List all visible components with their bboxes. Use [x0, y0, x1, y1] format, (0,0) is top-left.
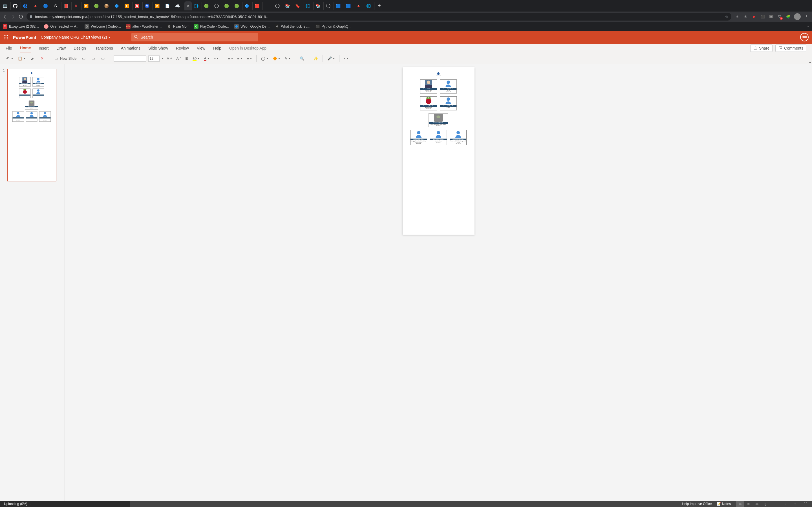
tab-icon[interactable]: 📕: [63, 2, 71, 10]
tab-transitions[interactable]: Transitions: [94, 44, 113, 52]
reload-button[interactable]: [18, 14, 23, 19]
zoom-controls[interactable]: — ——◦—— +: [774, 502, 796, 506]
chevron-down-icon[interactable]: [162, 58, 163, 59]
extension-icon[interactable]: JB: [769, 14, 774, 19]
tab-icon[interactable]: 🟦: [335, 2, 344, 10]
slide-thumbnail[interactable]: COMPANY NAME Name recFFWVaToan… Founder …: [7, 69, 56, 181]
tab-icon[interactable]: 🟢: [203, 2, 212, 10]
bookmark[interactable]: {}Ryan Morr: [167, 24, 189, 29]
bookmark[interactable]: Overreacted — A…: [44, 24, 80, 29]
browser-menu-icon[interactable]: ⋮: [804, 14, 809, 19]
tab-help[interactable]: Help: [213, 44, 221, 52]
more-commands[interactable]: ···: [343, 55, 350, 62]
tab-icon[interactable]: 🌀: [22, 2, 31, 10]
tab-icon[interactable]: [274, 2, 283, 10]
tab-icon[interactable]: 🌐: [193, 2, 202, 10]
bookmark[interactable]: ⊗What the fuck is ….: [275, 24, 310, 29]
slide-button[interactable]: ▭: [90, 55, 97, 62]
highlight-button[interactable]: ab: [192, 55, 200, 62]
tab-icon[interactable]: [264, 2, 273, 10]
sorter-view-button[interactable]: ⊞: [744, 501, 752, 507]
bookmark[interactable]: 🔷Web | Google De…: [234, 24, 270, 29]
numbering-button[interactable]: ≡: [236, 55, 244, 62]
collapse-ribbon-icon[interactable]: [809, 62, 811, 63]
delete-button[interactable]: ✕: [38, 55, 46, 62]
extension-icon[interactable]: ▶: [752, 14, 757, 19]
tab-icon[interactable]: 🔷: [113, 2, 122, 10]
bullets-button[interactable]: ≡: [227, 55, 234, 62]
fit-to-window-button[interactable]: ⛶: [801, 501, 809, 507]
search-input[interactable]: [140, 35, 255, 40]
shapes-button[interactable]: ◯: [260, 55, 269, 62]
extensions-menu-icon[interactable]: 🧩: [785, 14, 791, 19]
tab-icon[interactable]: 🌐: [305, 2, 313, 10]
tab-icon[interactable]: ▶️: [83, 2, 92, 10]
tab-icon[interactable]: 🟢: [234, 2, 243, 10]
undo-button[interactable]: ↶: [4, 55, 14, 62]
bookmarks-overflow[interactable]: »: [807, 24, 809, 29]
slideshow-view-button[interactable]: ▯: [761, 501, 769, 507]
comments-button[interactable]: Comments: [775, 45, 806, 52]
tab-icon[interactable]: [325, 2, 334, 10]
tab-slideshow[interactable]: Slide Show: [148, 44, 168, 52]
address-bar[interactable]: bmsturu-my.sharepoint.com/:p:/r/personal…: [27, 13, 731, 20]
tab-icon[interactable]: 🔷: [244, 2, 253, 10]
active-tab[interactable]: ✕: [185, 1, 192, 10]
align-button[interactable]: ≡: [246, 55, 253, 62]
user-avatar[interactable]: ВШ: [800, 33, 809, 41]
tab-icon[interactable]: 💻: [2, 2, 11, 10]
tab-icon[interactable]: [213, 2, 222, 10]
tab-file[interactable]: File: [6, 44, 12, 52]
tab-icon[interactable]: 📚: [315, 2, 324, 10]
extension-icon[interactable]: ⬛: [760, 14, 765, 19]
more-font-options[interactable]: ···: [213, 55, 220, 62]
font-color-button[interactable]: A: [203, 55, 210, 62]
search-box[interactable]: [132, 33, 258, 41]
tab-icon[interactable]: 📚: [284, 2, 293, 10]
extension-icon[interactable]: 🛡6: [777, 14, 782, 19]
tab-design[interactable]: Design: [73, 44, 86, 52]
close-icon[interactable]: ✕: [187, 4, 190, 8]
tab-draw[interactable]: Draw: [56, 44, 66, 52]
tab-icon[interactable]: ▶️: [123, 2, 133, 10]
slide-canvas[interactable]: COMPANY NAME Name recFFWVaToan… Founder …: [403, 67, 474, 235]
tab-icon[interactable]: 🔵: [42, 2, 51, 10]
tab-icon[interactable]: 🟦: [345, 2, 354, 10]
tab-home[interactable]: Home: [20, 44, 31, 52]
tab-icon[interactable]: 📦: [103, 2, 112, 10]
tab-icon[interactable]: 🔺: [32, 2, 41, 10]
layout-button[interactable]: ▭: [80, 55, 87, 62]
paste-button[interactable]: 📋: [16, 55, 27, 62]
notes-toggle[interactable]: 📝 Notes: [717, 502, 731, 506]
tab-icon[interactable]: 🟢: [93, 2, 102, 10]
new-tab-button[interactable]: +: [375, 3, 383, 9]
format-painter-button[interactable]: 🖌: [29, 55, 36, 62]
bookmark[interactable]: MВходящие (2 382…: [3, 24, 39, 29]
tab-icon[interactable]: 🟢: [223, 2, 232, 10]
bookmark[interactable]: ⟨⟩PlayCode - Code…: [194, 24, 229, 29]
forward-button[interactable]: [11, 14, 15, 19]
designer-button[interactable]: ✨: [312, 55, 319, 62]
tab-icon[interactable]: ☁️: [174, 2, 183, 10]
tab-view[interactable]: View: [197, 44, 205, 52]
tab-icon[interactable]: Ⓜ️: [144, 2, 153, 10]
normal-view-button[interactable]: ▭: [736, 501, 744, 507]
reading-view-button[interactable]: ▭: [753, 501, 761, 507]
new-slide-button[interactable]: ▭New Slide: [53, 55, 78, 62]
extension-icon[interactable]: ⚛: [735, 14, 740, 19]
shrink-font-button[interactable]: Aˇ: [175, 55, 182, 62]
extension-icon[interactable]: ◎: [743, 14, 748, 19]
tab-icon[interactable]: 🟥: [254, 2, 263, 10]
tab-animations[interactable]: Animations: [121, 44, 140, 52]
font-family-select[interactable]: [114, 55, 146, 62]
font-size-select[interactable]: 12: [148, 55, 160, 62]
bookmark[interactable]: ⟨⟩Welcome | Codeb…: [85, 24, 121, 29]
tab-review[interactable]: Review: [176, 44, 189, 52]
tab-icon[interactable]: 🔖: [294, 2, 303, 10]
bookmark[interactable]: ωRafter - WordRefer…: [126, 24, 161, 29]
tab-icon[interactable]: 🔺: [355, 2, 364, 10]
tab-insert[interactable]: Insert: [39, 44, 49, 52]
tab-icon[interactable]: 📄: [164, 2, 173, 10]
tab-icon[interactable]: S: [52, 2, 61, 10]
tab-icon[interactable]: ▶️: [154, 2, 163, 10]
